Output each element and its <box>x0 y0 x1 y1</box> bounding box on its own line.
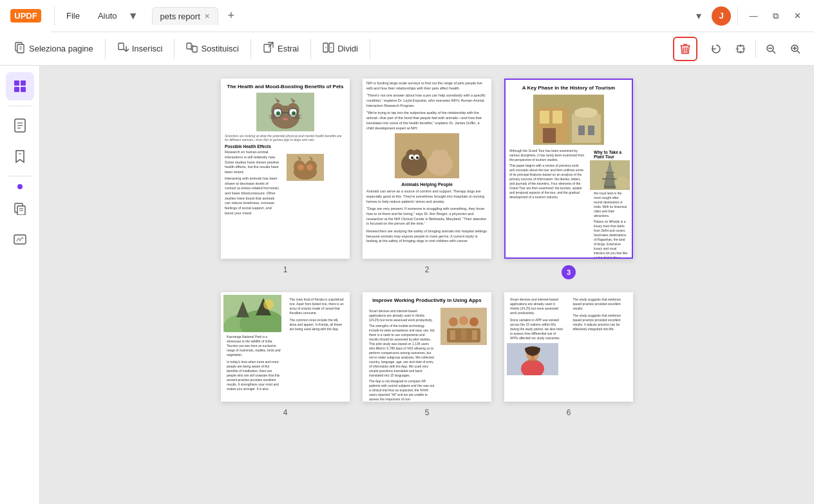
svg-rect-77 <box>553 111 562 124</box>
close-file-tab-button[interactable]: ✕ <box>204 12 210 21</box>
zoom-out-button[interactable] <box>760 38 782 60</box>
main-layout: The Health and Mood-Boosting Benefits of… <box>0 66 814 504</box>
page-container-3: A Key Phase in the History of Tourism <box>504 79 633 279</box>
page-row-2: Kaziranga National Park is a showcase to… <box>221 292 633 417</box>
svg-rect-103 <box>472 330 477 340</box>
dividi-icon <box>323 42 334 56</box>
toolbar-right-icons <box>705 38 806 60</box>
sidebar-item-signatures[interactable] <box>6 225 34 254</box>
seleziona-pagine-button[interactable]: Seleziona pagine <box>8 38 100 60</box>
sidebar-item-document[interactable] <box>6 111 34 140</box>
file-tab-title: pets report <box>160 12 200 21</box>
titlebar-right-controls: ▾ J — ⧉ ✕ <box>690 6 806 26</box>
svg-rect-24 <box>14 80 19 86</box>
page-thumb-5[interactable]: Improve Working Productivity in Using Ap… <box>363 292 491 402</box>
bookmarks-icon <box>14 149 26 163</box>
page-thumb-4[interactable]: Kaziranga National Park is a showcase to… <box>221 292 350 402</box>
eiffel-svg <box>590 160 630 190</box>
rotate2-button[interactable] <box>730 38 752 60</box>
svg-rect-86 <box>604 186 616 189</box>
delete-icon <box>679 42 692 55</box>
sidebar-item-bookmarks[interactable] <box>6 142 34 171</box>
estrai-label: Estrai <box>278 44 299 53</box>
estrai-icon <box>263 42 274 56</box>
page-number-2: 2 <box>425 265 430 274</box>
svg-rect-8 <box>187 43 191 49</box>
inserisci-label: Inserisci <box>132 44 163 53</box>
menu-aiuto[interactable]: Aiuto <box>89 7 126 24</box>
sostituisci-button[interactable]: Sostituisci <box>180 38 245 60</box>
svg-marker-42 <box>290 98 296 103</box>
page5-columns: Smart devices and internet-based applica… <box>363 306 491 402</box>
svg-rect-37 <box>14 235 26 244</box>
canvas-area[interactable]: The Health and Mood-Boosting Benefits of… <box>40 66 814 504</box>
page1-title: The Health and Mood-Boosting Benefits of… <box>225 84 346 90</box>
svg-rect-27 <box>21 87 26 92</box>
sidebar-item-annotations[interactable] <box>6 194 34 223</box>
close-window-button[interactable]: ✕ <box>788 7 806 25</box>
page-thumb-6[interactable]: Smart devices and internet-based applica… <box>504 292 633 402</box>
page4-section2-more: The common ones include the idli, dosa a… <box>290 318 345 331</box>
svg-rect-76 <box>540 111 549 124</box>
page1-img-caption: Scientists are looking at what the poten… <box>225 134 346 142</box>
page-row-1: The Health and Mood-Boosting Benefits of… <box>221 79 633 279</box>
zoom-in-button[interactable] <box>784 38 806 60</box>
page6-woman-image <box>507 343 558 375</box>
svg-line-21 <box>797 51 800 53</box>
svg-point-97 <box>449 317 458 326</box>
svg-point-107 <box>531 356 535 359</box>
toolbar: Seleziona pagine Inserisci Sostituisci <box>0 32 814 66</box>
cat-small-svg <box>287 154 324 181</box>
titlebar-divider <box>54 6 55 26</box>
page5-col-left: Smart devices and internet-based applica… <box>365 308 439 402</box>
seleziona-pagine-icon <box>14 42 26 56</box>
page-thumb-1[interactable]: The Health and Mood-Boosting Benefits of… <box>221 79 350 259</box>
add-tab-button[interactable]: + <box>222 7 240 25</box>
page4-national-park-image <box>223 295 281 332</box>
svg-point-89 <box>614 176 630 189</box>
svg-rect-9 <box>193 46 197 52</box>
page-number-4: 4 <box>283 408 288 417</box>
dogs-svg <box>395 133 459 178</box>
page2-dogs-quote: "Dogs are very present. If someone is st… <box>366 207 487 227</box>
avatar[interactable]: J <box>712 6 731 26</box>
page-thumb-2[interactable]: NIH is funding large-scale surveys to fi… <box>363 79 491 259</box>
page5-meeting-image <box>440 308 487 345</box>
add-tab-icon: + <box>227 9 234 23</box>
page6-section1-more: Since variation in APP use existed acros… <box>510 318 565 341</box>
title-dropdown-button[interactable]: ▾ <box>690 7 708 25</box>
page6-col-left: Smart devices and internet-based applica… <box>507 295 568 377</box>
svg-rect-79 <box>572 114 601 143</box>
delete-button[interactable] <box>673 37 697 61</box>
sostituisci-icon <box>186 42 198 56</box>
page4-section1-more: In today's time when more and more peopl… <box>227 360 281 391</box>
document-icon <box>14 118 26 133</box>
sostituisci-label: Sostituisci <box>201 44 239 53</box>
page4-section1: Kaziranga National Park is a showcase to… <box>227 335 281 357</box>
page2-section-title: Animals Helping People <box>366 182 487 187</box>
inserisci-button[interactable]: Inserisci <box>111 38 169 60</box>
menu-dropdown-arrow[interactable]: ▼ <box>128 10 139 22</box>
minimize-button[interactable]: — <box>744 7 762 25</box>
page6-section2: The study suggests that evidence based p… <box>573 297 628 311</box>
page5-col-right <box>440 308 489 402</box>
restore-button[interactable]: ⧉ <box>766 7 784 25</box>
page-number-1: 1 <box>283 265 288 274</box>
page1-section1-cont: Interacting with animals has been shown … <box>225 176 280 216</box>
page4-section2: The main food of Kerala is unpolished ri… <box>290 297 345 315</box>
dividi-button[interactable]: Dividi <box>316 38 364 60</box>
sidebar-dot <box>17 184 23 189</box>
page3-title: A Key Phase in the History of Tourism <box>511 85 627 91</box>
signatures-icon <box>14 233 26 246</box>
estrai-button[interactable]: Estrai <box>256 38 305 60</box>
meeting-svg <box>440 308 487 345</box>
sidebar-item-thumbnails[interactable] <box>6 72 34 100</box>
page-thumb-3[interactable]: A Key Phase in the History of Tourism <box>504 79 633 259</box>
menu-file[interactable]: File <box>57 7 89 24</box>
toolbar-divider-4 <box>310 39 311 59</box>
rotate-button[interactable] <box>705 38 727 60</box>
sidebar-divider-2 <box>8 176 32 176</box>
svg-point-80 <box>574 107 598 118</box>
svg-point-61 <box>298 164 304 171</box>
page6-section2-more: The study suggests that evidence based p… <box>573 313 628 331</box>
